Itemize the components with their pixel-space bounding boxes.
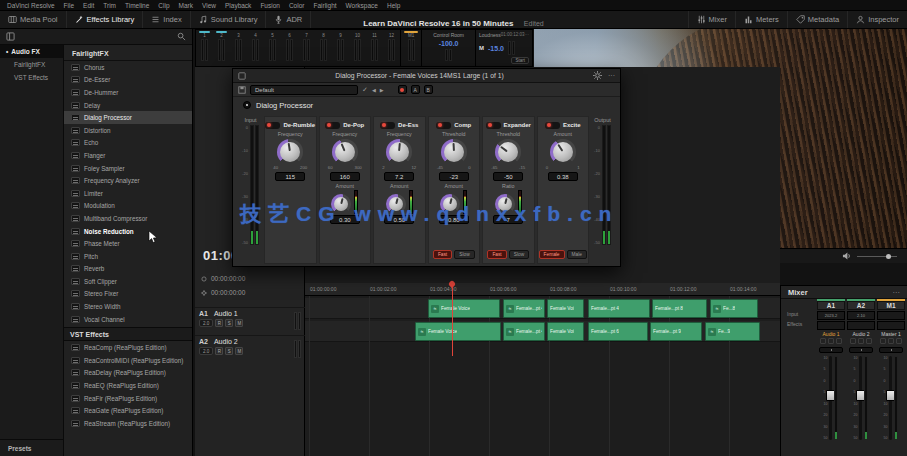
button-male[interactable]: Male (567, 250, 587, 259)
audio-clip[interactable]: ≋Female...pt 4 (503, 322, 545, 341)
track-button-s[interactable]: S (225, 347, 233, 355)
strip-button[interactable] (888, 338, 894, 344)
button-fast[interactable]: Fast (433, 250, 452, 259)
fx-item-pitch[interactable]: Pitch (64, 250, 192, 263)
fx-item-modulation[interactable]: Modulation (64, 200, 192, 213)
fx-item-phase-meter[interactable]: Phase Meter (64, 237, 192, 250)
category-fairlightfx[interactable]: FairlightFX (0, 58, 63, 71)
vst-item[interactable]: ReaFir (ReaPlugs Edition) (64, 392, 192, 405)
fader-track[interactable] (889, 356, 892, 440)
menu-mark[interactable]: Mark (179, 2, 193, 9)
value-box[interactable]: 7 (493, 215, 523, 224)
presets-section[interactable]: Presets (0, 439, 63, 456)
strip-pan[interactable] (819, 347, 843, 353)
value-box[interactable]: 0.30 (330, 215, 360, 224)
loop-icon[interactable] (201, 276, 207, 282)
loudness-menu-icon[interactable]: ··· (524, 32, 529, 38)
volume-slider[interactable] (857, 256, 897, 257)
vst-item[interactable]: ReaComp (ReaPlugs Edition) (64, 341, 192, 354)
menu-file[interactable]: File (64, 2, 74, 9)
knob-amount[interactable] (550, 139, 576, 165)
toolbar-button-media-pool[interactable]: Media Pool (0, 11, 67, 28)
value-box[interactable]: 7.2 (384, 172, 414, 181)
vst-item[interactable]: ReaDelay (ReaPlugs Edition) (64, 367, 192, 380)
menu-clip[interactable]: Clip (158, 2, 169, 9)
plugin-bypass-toggle[interactable] (243, 101, 251, 109)
track-button-r[interactable]: R (215, 319, 223, 327)
fx-item-distortion[interactable]: Distortion (64, 124, 192, 137)
audio-clip[interactable]: Female...pt 8 (652, 299, 707, 318)
button-female[interactable]: Female (539, 250, 565, 259)
fx-item-echo[interactable]: Echo (64, 137, 192, 150)
section-enable-led[interactable] (325, 122, 340, 129)
ab-a-button[interactable]: A (411, 85, 420, 94)
toolbar-button-index[interactable]: Index (143, 11, 190, 28)
gear-small-icon[interactable] (201, 290, 207, 296)
knob-amount[interactable] (331, 194, 351, 214)
knob-threshold[interactable] (441, 139, 467, 165)
toolbar-button-effects-library[interactable]: Effects Library (67, 11, 144, 28)
vst-item[interactable]: ReaGate (ReaPlugs Edition) (64, 404, 192, 417)
knob-frequency[interactable] (386, 139, 412, 165)
knob-amount[interactable] (440, 194, 460, 214)
menu-timeline[interactable]: Timeline (125, 2, 149, 9)
fx-item-multiband-compressor[interactable]: Multiband Compressor (64, 212, 192, 225)
fx-item-stereo-width[interactable]: Stereo Width (64, 300, 192, 313)
audio-clip[interactable]: Female...pt 9 (650, 322, 702, 341)
fx-item-vocal-channel[interactable]: Vocal Channel (64, 313, 192, 326)
strip-id[interactable]: A1 (817, 301, 845, 310)
search-icon[interactable] (177, 32, 186, 41)
section-enable-led[interactable] (486, 122, 501, 129)
knob-frequency[interactable] (277, 139, 303, 165)
category-audio-fx[interactable]: •Audio FX (0, 45, 63, 58)
toolbar-button-adr[interactable]: ADR (266, 11, 311, 28)
strip-pan[interactable] (879, 347, 903, 353)
audio-clip[interactable]: Female Voi (547, 299, 584, 318)
fx-item-reverb[interactable]: Reverb (64, 263, 192, 276)
vst-item[interactable]: ReaControlMIDI (ReaPlugs Edition) (64, 354, 192, 367)
preset-next-icon[interactable]: ▶ (380, 85, 384, 95)
strip-effects-box[interactable] (817, 321, 845, 330)
section-enable-led[interactable] (265, 122, 280, 129)
section-enable-led[interactable] (545, 122, 560, 129)
menu-fusion[interactable]: Fusion (260, 2, 280, 9)
audio-clip[interactable]: ≋Female Voice (415, 322, 501, 341)
audio-clip[interactable]: Female...pt 4 (588, 299, 650, 318)
button-fast[interactable]: Fast (487, 250, 506, 259)
value-box[interactable]: 115 (275, 172, 305, 181)
toolbar-button-sound-library[interactable]: Sound Library (191, 11, 267, 28)
track-button-m[interactable]: M (235, 347, 243, 355)
track-button-r[interactable]: R (215, 347, 223, 355)
strip-button[interactable] (820, 338, 826, 344)
fx-item-de-hummer[interactable]: De-Hummer (64, 86, 192, 99)
value-box[interactable]: -50 (493, 172, 523, 181)
gear-icon[interactable] (593, 71, 602, 80)
fx-item-de-esser[interactable]: De-Esser (64, 74, 192, 87)
fx-item-frequency-analyzer[interactable]: Frequency Analyzer (64, 174, 192, 187)
strip-button[interactable] (896, 338, 902, 344)
value-box[interactable]: -23 (439, 172, 469, 181)
audio-clip[interactable]: ≋Female...pt 4 (503, 299, 545, 318)
strip-pan[interactable] (849, 347, 873, 353)
strip-button[interactable] (880, 338, 886, 344)
window-menu-icon[interactable]: ··· (608, 72, 615, 79)
track-button-s[interactable]: S (225, 319, 233, 327)
loudness-start-button[interactable]: Start (511, 57, 529, 64)
button-slow[interactable]: Slow (509, 250, 529, 259)
knob-frequency[interactable] (332, 139, 358, 165)
speaker-icon[interactable] (842, 252, 851, 260)
fx-item-soft-clipper[interactable]: Soft Clipper (64, 275, 192, 288)
value-box[interactable]: 0.50 (384, 215, 414, 224)
strip-button[interactable] (850, 338, 856, 344)
preset-prev-icon[interactable]: ◀ (372, 85, 376, 95)
track-button-m[interactable]: M (235, 319, 243, 327)
strip-input-box[interactable]: 2023-2 (817, 311, 845, 320)
mixer-menu-icon[interactable]: ··· (893, 288, 901, 297)
ab-b-button[interactable]: B (424, 85, 433, 94)
toolbar-button-meters[interactable]: Meters (735, 11, 787, 28)
toolbar-button-metadata[interactable]: Metadata (787, 11, 847, 28)
strip-input-box[interactable] (877, 311, 905, 320)
fx-item-stereo-fixer[interactable]: Stereo Fixer (64, 288, 192, 301)
knob-threshold[interactable] (495, 139, 521, 165)
window-collapse-icon[interactable] (238, 72, 246, 80)
